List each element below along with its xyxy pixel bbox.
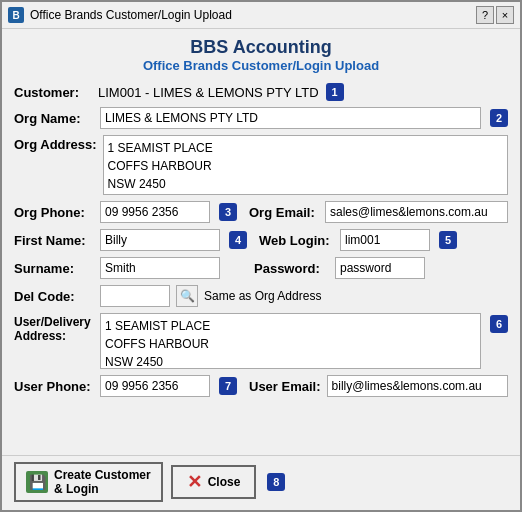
customer-label: Customer: xyxy=(14,85,94,100)
header-section: BBS Accounting Office Brands Customer/Lo… xyxy=(14,37,508,73)
customer-row: Customer: LIM001 - LIMES & LEMONS PTY LT… xyxy=(14,83,508,101)
title-bar-buttons: ? × xyxy=(476,6,514,24)
org-address-row: Org Address: 1 SEAMIST PLACE COFFS HARBO… xyxy=(14,135,508,195)
create-icon: 💾 xyxy=(26,471,48,493)
badge-1: 1 xyxy=(326,83,344,101)
badge-2: 2 xyxy=(490,109,508,127)
same-as-org-text: Same as Org Address xyxy=(204,289,321,303)
title-bar-text: Office Brands Customer/Login Upload xyxy=(30,8,470,22)
del-code-row: Del Code: 🔍 Same as Org Address xyxy=(14,285,508,307)
password-label: Password: xyxy=(254,261,329,276)
badge-4: 4 xyxy=(229,231,247,249)
user-address-text: 1 SEAMIST PLACE COFFS HARBOUR NSW 2450 xyxy=(105,317,476,369)
org-email-input[interactable] xyxy=(325,201,508,223)
org-name-label: Org Name: xyxy=(14,111,94,126)
surname-password-row: Surname: Password: xyxy=(14,257,508,279)
help-button[interactable]: ? xyxy=(476,6,494,24)
badge-8: 8 xyxy=(267,473,285,491)
main-window: B Office Brands Customer/Login Upload ? … xyxy=(0,0,522,512)
create-customer-button[interactable]: 💾 Create Customer & Login xyxy=(14,462,163,502)
sub-title: Office Brands Customer/Login Upload xyxy=(14,58,508,73)
main-title: BBS Accounting xyxy=(14,37,508,58)
first-name-label: First Name: xyxy=(14,233,94,248)
title-bar: B Office Brands Customer/Login Upload ? … xyxy=(2,2,520,29)
user-email-label: User Email: xyxy=(249,379,321,394)
user-email-input[interactable] xyxy=(327,375,508,397)
surname-input[interactable] xyxy=(100,257,220,279)
user-phone-input[interactable] xyxy=(100,375,210,397)
close-button[interactable]: ✕ Close xyxy=(171,465,257,499)
first-name-input[interactable] xyxy=(100,229,220,251)
user-address-row: User/Delivery Address: 1 SEAMIST PLACE C… xyxy=(14,313,508,369)
org-address-label: Org Address: xyxy=(14,135,97,152)
app-icon: B xyxy=(8,7,24,23)
org-address-input[interactable]: 1 SEAMIST PLACE COFFS HARBOUR NSW 2450 xyxy=(103,135,508,195)
close-icon: ✕ xyxy=(187,471,202,493)
org-phone-email-row: Org Phone: 3 Org Email: xyxy=(14,201,508,223)
badge-3: 3 xyxy=(219,203,237,221)
user-address-label: User/Delivery Address: xyxy=(14,313,94,343)
web-login-input[interactable] xyxy=(340,229,430,251)
firstname-weblogin-row: First Name: 4 Web Login: 5 xyxy=(14,229,508,251)
close-window-button[interactable]: × xyxy=(496,6,514,24)
org-phone-label: Org Phone: xyxy=(14,205,94,220)
web-login-label: Web Login: xyxy=(259,233,334,248)
org-name-input[interactable] xyxy=(100,107,481,129)
del-code-input[interactable] xyxy=(100,285,170,307)
org-name-row: Org Name: 2 xyxy=(14,107,508,129)
close-button-label: Close xyxy=(208,475,241,489)
badge-7: 7 xyxy=(219,377,237,395)
user-address-input[interactable]: 1 SEAMIST PLACE COFFS HARBOUR NSW 2450 xyxy=(100,313,481,369)
del-code-search-button[interactable]: 🔍 xyxy=(176,285,198,307)
del-code-label: Del Code: xyxy=(14,289,94,304)
form-content: BBS Accounting Office Brands Customer/Lo… xyxy=(2,29,520,455)
customer-value: LIM001 - LIMES & LEMONS PTY LTD xyxy=(98,85,319,100)
password-input[interactable] xyxy=(335,257,425,279)
user-phone-email-row: User Phone: 7 User Email: xyxy=(14,375,508,397)
bottom-buttons: 💾 Create Customer & Login ✕ Close 8 xyxy=(2,455,520,510)
org-phone-input[interactable] xyxy=(100,201,210,223)
surname-label: Surname: xyxy=(14,261,94,276)
user-phone-label: User Phone: xyxy=(14,379,94,394)
org-address-text: 1 SEAMIST PLACE COFFS HARBOUR NSW 2450 xyxy=(108,139,503,193)
create-button-label: Create Customer & Login xyxy=(54,468,151,496)
badge-6: 6 xyxy=(490,315,508,333)
badge-5: 5 xyxy=(439,231,457,249)
org-email-label: Org Email: xyxy=(249,205,319,220)
